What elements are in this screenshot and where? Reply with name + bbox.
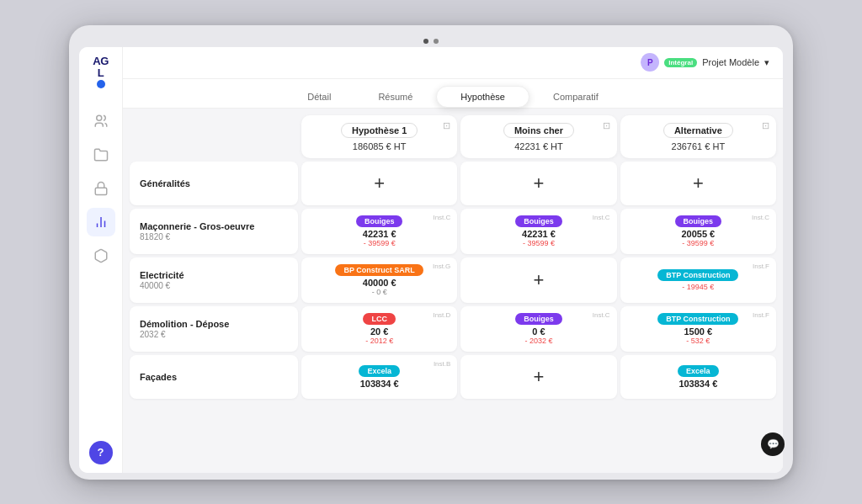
section-cell-demo-3: Inst.F BTP Construction 1500 € - 532 € xyxy=(620,306,776,352)
section-cell-elec-2[interactable]: + xyxy=(460,257,616,303)
inst-demo3: Inst.F xyxy=(753,311,769,319)
section-label-facades: Façades xyxy=(130,355,298,399)
company-badge-mac1[interactable]: Bouiges xyxy=(356,215,403,227)
company-badge-elec3[interactable]: BTP Construction xyxy=(657,269,738,281)
laptop-screen: AGL ? xyxy=(79,47,783,473)
inst-elec1: Inst.G xyxy=(433,263,450,270)
logo-dot xyxy=(97,80,105,88)
company-badge-mac3[interactable]: Bouiges xyxy=(675,215,722,227)
cell-amount-mac3: 20055 € xyxy=(681,229,715,239)
section-cell-fac-2[interactable]: + xyxy=(460,355,616,399)
cell-amount-fac1: 103834 € xyxy=(360,379,399,389)
tab-hypothese[interactable]: Hypothèse xyxy=(436,86,529,108)
inst-fac1: Inst.B xyxy=(434,360,450,368)
delete-hyp3-icon[interactable]: ⊡ xyxy=(762,120,769,131)
sidebar-item-cube[interactable] xyxy=(87,241,115,270)
tab-resume[interactable]: Résumé xyxy=(354,87,436,107)
cell-diff-mac3: - 39599 € xyxy=(682,239,714,247)
sidebar-bottom: ? xyxy=(89,441,113,464)
delete-hyp2-icon[interactable]: ⊡ xyxy=(603,120,610,131)
company-badge-mac2[interactable]: Bouiges xyxy=(515,215,562,227)
section-amount-mac: 81820 € xyxy=(140,232,288,241)
section-cell-fac-1: Inst.B Excela 103834 € xyxy=(301,355,457,399)
section-cell-gen-2[interactable]: + xyxy=(460,162,616,205)
sidebar: AGL ? xyxy=(79,47,123,473)
cell-diff-elec1: - 0 € xyxy=(372,288,387,296)
add-icon-elec2[interactable]: + xyxy=(534,269,545,291)
top-bar: P Intégral Projet Modèle ▾ xyxy=(123,47,783,79)
add-icon-gen3[interactable]: + xyxy=(693,172,704,194)
grid-area: ⊡ Hypothèse 1 186085 € HT ⊡ Moins cher 4… xyxy=(123,109,783,473)
company-badge-demo1[interactable]: LCC xyxy=(363,313,396,325)
tab-detail[interactable]: Détail xyxy=(284,87,354,107)
cell-amount-demo2: 0 € xyxy=(532,326,545,337)
section-cell-mac-2: Inst.C Bouiges 42231 € - 39599 € xyxy=(460,209,616,254)
cell-diff-demo1: - 2012 € xyxy=(365,337,393,345)
section-name-demo: Démolition - Dépose xyxy=(140,319,288,329)
section-row-facades: Façades Inst.B Excela 103834 € + Excela … xyxy=(130,355,776,399)
hyp2-title: Moins cher xyxy=(503,123,574,138)
help-button[interactable]: ? xyxy=(89,441,113,464)
company-badge-demo2[interactable]: Bouiges xyxy=(515,313,562,325)
sidebar-item-folders[interactable] xyxy=(87,141,115,169)
section-name-mac: Maçonnerie - Gros-oeuvre xyxy=(140,221,288,231)
laptop-frame: AGL ? xyxy=(69,25,793,480)
tabs-bar: Détail Résumé Hypothèse Comparatif xyxy=(123,79,783,109)
section-label-electricite: Electricité 40000 € xyxy=(130,257,298,303)
section-row-electricite: Electricité 40000 € Inst.G BP Construct … xyxy=(130,257,776,303)
section-cell-demo-1: Inst.D LCC 20 € - 2012 € xyxy=(301,306,457,352)
camera-dot xyxy=(423,39,428,44)
hyp3-title: Alternative xyxy=(663,123,733,138)
project-chevron: ▾ xyxy=(764,57,769,68)
sidebar-item-chart[interactable] xyxy=(87,208,115,236)
logo: AGL xyxy=(93,56,109,89)
company-badge-demo3[interactable]: BTP Construction xyxy=(657,313,738,325)
main-content: P Intégral Projet Modèle ▾ Détail Résumé… xyxy=(123,47,783,473)
section-row-demolition: Démolition - Dépose 2032 € Inst.D LCC 20… xyxy=(130,306,776,352)
integral-badge: Intégral xyxy=(664,58,697,67)
hypothesis-card-2: ⊡ Moins cher 42231 € HT xyxy=(460,115,616,158)
inst-elec3: Inst.F xyxy=(753,263,769,270)
camera-dot-2 xyxy=(434,39,439,44)
section-row-maconnerie: Maçonnerie - Gros-oeuvre 81820 € Inst.C … xyxy=(130,209,776,254)
company-badge-elec1[interactable]: BP Construct SARL xyxy=(335,264,423,276)
section-cell-demo-2: Inst.C Bouiges 0 € - 2032 € xyxy=(460,306,616,352)
hyp3-amount: 236761 € HT xyxy=(629,141,768,151)
section-name-fac: Façades xyxy=(140,372,288,382)
section-cell-gen-1[interactable]: + xyxy=(301,162,457,205)
cell-diff-demo3: - 532 € xyxy=(686,337,710,345)
add-icon-gen1[interactable]: + xyxy=(374,172,385,194)
add-icon-gen2[interactable]: + xyxy=(534,172,545,194)
section-cell-fac-3: Excela 103834 € xyxy=(620,355,776,399)
delete-hyp1-icon[interactable]: ⊡ xyxy=(443,120,450,131)
cell-diff-mac2: - 39599 € xyxy=(523,239,555,247)
hyp1-amount: 186085 € HT xyxy=(310,141,449,151)
section-cell-gen-3[interactable]: + xyxy=(620,162,776,205)
company-badge-fac3[interactable]: Excela xyxy=(678,365,719,377)
section-cell-mac-3: Inst.C Bouiges 20055 € - 39599 € xyxy=(620,209,776,254)
company-badge-fac1[interactable]: Excela xyxy=(359,365,400,377)
section-name: Généralités xyxy=(140,178,288,188)
project-avatar: P xyxy=(641,53,659,72)
section-row-generalites: Généralités + + + xyxy=(130,162,776,205)
hypothesis-card-1: ⊡ Hypothèse 1 186085 € HT xyxy=(301,115,457,158)
cell-amount-demo1: 20 € xyxy=(370,326,388,337)
sidebar-item-lock[interactable] xyxy=(87,174,115,203)
chat-bubble[interactable]: 💬 xyxy=(761,432,783,456)
inst-demo1: Inst.D xyxy=(433,311,450,319)
tab-comparatif[interactable]: Comparatif xyxy=(529,87,622,107)
project-name: Projet Modèle xyxy=(702,57,759,67)
section-amount-demo: 2032 € xyxy=(140,330,288,339)
svg-rect-1 xyxy=(95,188,107,194)
cell-diff-elec3: - 19945 € xyxy=(682,283,714,291)
add-icon-fac2[interactable]: + xyxy=(534,366,545,388)
section-cell-elec-3: Inst.F BTP Construction - 19945 € xyxy=(620,257,776,303)
cell-amount-demo3: 1500 € xyxy=(684,326,712,337)
project-selector[interactable]: P Intégral Projet Modèle ▾ xyxy=(641,53,769,72)
section-label-generalites: Généralités xyxy=(130,162,298,205)
section-label-maconnerie: Maçonnerie - Gros-oeuvre 81820 € xyxy=(130,209,298,254)
sidebar-item-users[interactable] xyxy=(87,107,115,135)
camera-bar xyxy=(79,35,783,47)
cell-diff-demo2: - 2032 € xyxy=(524,337,552,345)
cell-amount-mac1: 42231 € xyxy=(363,229,396,239)
